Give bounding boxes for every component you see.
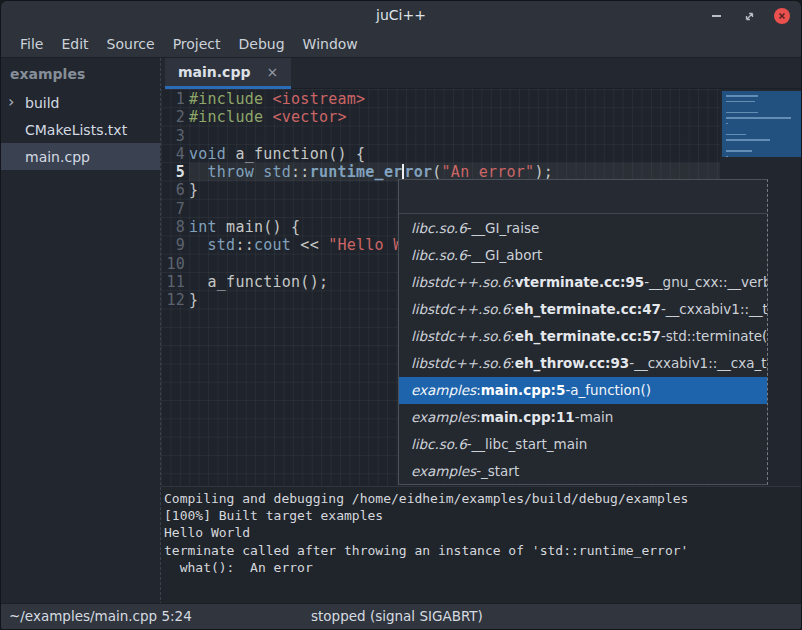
tab-main-cpp[interactable]: main.cpp × [165,58,291,89]
terminal-line: what(): An error [164,559,802,576]
frame-module: libstdc++.so.6 [411,328,510,344]
terminal-line: Hello World [164,524,802,541]
stack-frame-row[interactable]: libstdc++.so.6:eh_throw.cc:93 - __cxxabi… [399,349,767,376]
tabbar: main.cpp × [161,58,802,89]
tab-label: main.cpp [178,64,250,80]
restore-icon [743,10,756,23]
stack-frame-row[interactable]: libstdc++.so.6:eh_terminate.cc:57 - std:… [399,322,767,349]
code-segment [189,163,208,181]
frame-module: libstdc++.so.6 [411,301,510,317]
code-text: void a_function() { [189,145,802,163]
frame-module: libc.so.6 [411,436,467,452]
code-segment: #include [189,90,263,108]
frame-module: libstdc++.so.6 [411,355,510,371]
line-number: 11 [161,273,185,291]
sidebar-item-cmakelists-txt[interactable]: CMakeLists.txt [1,116,160,143]
close-button[interactable] [773,7,791,25]
menu-item-edit[interactable]: Edit [52,36,97,52]
sidebar-item-build[interactable]: ›build [1,89,160,116]
frame-module: libstdc++.so.6 [411,274,510,290]
file-tree-sidebar[interactable]: examples ›buildCMakeLists.txtmain.cpp [1,58,161,605]
minimap-line [726,134,746,136]
minimap-viewport[interactable] [722,91,801,157]
frame-module: examples [411,382,476,398]
line-number: 2 [161,108,185,126]
line-number: 1 [161,90,185,108]
line-number: 4 [161,145,185,163]
stack-frame-row[interactable]: libstdc++.so.6:eh_terminate.cc:47 - __cx… [399,295,767,322]
frame-module: examples [411,409,476,425]
code-line[interactable]: 1#include <iostream> [161,90,802,108]
statusbar-file-location: ~/examples/main.cpp 5:24 [9,608,192,624]
app-window: juCi++ FileEditSourceProjectDebugWindow … [0,0,802,630]
code-segment: throw [208,163,254,181]
stack-frame-row[interactable]: libc.so.6 - __GI_abort [399,241,767,268]
stack-frame-row[interactable]: examples:main.cpp:11 - main [399,404,767,431]
terminal-output[interactable]: Compiling and debugging /home/eidheim/ex… [161,486,802,605]
code-segment: } [189,181,198,199]
frame-location: eh_throw.cc:93 [515,355,629,371]
code-segment: } [189,291,198,309]
menubar: FileEditSourceProjectDebugWindow [1,31,801,58]
menu-item-source[interactable]: Source [98,36,164,52]
sidebar-item-label: CMakeLists.txt [25,122,127,138]
frame-location: main.cpp:11 [481,409,575,425]
code-line[interactable]: 3 [161,127,802,145]
terminal-line: [100%] Built target examples [164,507,802,524]
menu-item-file[interactable]: File [11,36,52,52]
code-line[interactable]: 4void a_function() { [161,145,802,163]
frame-location: eh_terminate.cc:47 [515,301,661,317]
code-segment: int [189,218,217,236]
code-segment: void [189,145,226,163]
frame-function: __gnu_cxx::__verbos [649,274,767,290]
code-segment: cout [254,236,291,254]
code-segment: <vector> [273,108,347,126]
line-number: 9 [161,236,185,254]
titlebar[interactable]: juCi++ [1,1,801,31]
minimap-line [726,101,755,103]
stack-frame-row[interactable]: examples - _start [399,458,767,485]
stack-frame-row[interactable]: libc.so.6 - __libc_start_main [399,431,767,458]
stack-frame-row[interactable]: libstdc++.so.6:vterminate.cc:95 - __gnu_… [399,268,767,295]
line-number: 5 [161,163,185,181]
code-segment [263,108,272,126]
code-segment: std [263,163,291,181]
menu-item-debug[interactable]: Debug [230,36,294,52]
terminal-line: terminate called after throwing an insta… [164,542,802,559]
close-icon[interactable]: × [266,65,278,79]
frame-location: eh_terminate.cc:57 [515,328,661,344]
minimap-line [726,112,758,114]
frame-module: libc.so.6 [411,220,467,236]
code-segment: a_function(); [189,273,328,291]
code-line[interactable]: 2#include <vector> [161,108,802,126]
chevron-right-icon[interactable]: › [8,92,14,112]
line-number: 10 [161,255,185,273]
popup-search-box[interactable] [399,180,767,214]
sidebar-item-main-cpp[interactable]: main.cpp [1,143,160,170]
frame-function: _start [481,463,519,479]
code-segment: <iostream> [273,90,366,108]
frame-function: main [580,409,614,425]
restore-button[interactable] [740,7,758,25]
minimap-line [726,117,791,119]
frame-location: vterminate.cc:95 [515,274,644,290]
code-segment: "Hello W [328,236,402,254]
window-title: juCi++ [1,7,801,23]
minimap-line [726,95,758,97]
minimize-icon [712,15,721,17]
menu-item-project[interactable]: Project [164,36,230,52]
stack-frame-row[interactable]: examples:main.cpp:5 - a_function() [399,377,767,404]
frame-function: a_function() [570,382,651,398]
code-segment: :: [291,163,310,181]
titlebar-controls [707,1,791,31]
sidebar-item-label: main.cpp [25,149,90,165]
minimize-button[interactable] [707,7,725,25]
minimap-line [726,156,728,158]
code-segment: << [291,236,328,254]
menu-item-window[interactable]: Window [294,36,367,52]
code-segment: main() { [217,218,301,236]
stack-frame-row[interactable]: libc.so.6 - __GI_raise [399,214,767,241]
code-segment: a_function() { [226,145,365,163]
code-segment [263,90,272,108]
frame-module: examples [411,463,476,479]
